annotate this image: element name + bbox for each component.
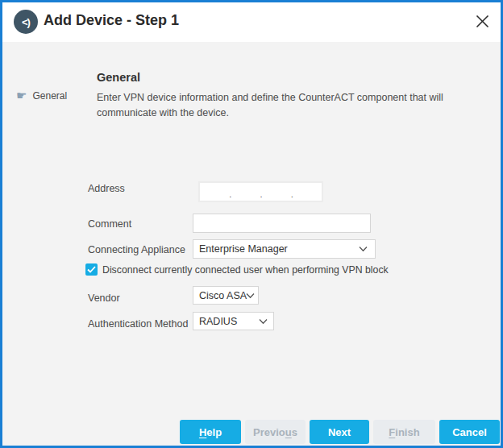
address-label: Address [88,183,125,194]
ip-separator: . [229,190,231,199]
comment-label: Comment [88,218,131,230]
close-button[interactable] [474,13,490,29]
page-title: General [97,71,140,84]
previous-button[interactable]: Previous [245,420,306,444]
dialog-header: <) Add Device - Step 1 [2,2,501,42]
counteract-logo-icon: <) [14,10,38,34]
vendor-label: Vendor [88,292,120,304]
help-button[interactable]: Help [180,420,241,444]
connecting-appliance-label: Connecting Appliance [88,244,185,255]
next-button[interactable]: Next [310,420,369,444]
dialog-title: Add Device - Step 1 [44,12,179,29]
selected-value: Enterprise Manager [193,243,288,255]
chevron-down-icon [359,247,368,252]
checkmark-icon [87,266,96,273]
disconnect-checkbox[interactable] [85,263,98,276]
address-input[interactable]: . . . [198,181,323,202]
selected-value: Cisco ASA [193,290,247,301]
vendor-select[interactable]: Cisco ASA [193,286,259,305]
disconnect-checkbox-label[interactable]: Disconnect currently connected user when… [102,264,389,276]
sidebar-item-label: General [32,90,67,102]
selected-value: RADIUS [193,316,237,327]
cancel-button[interactable]: Cancel [439,420,500,444]
comment-input[interactable] [193,214,371,233]
ip-separator: . [291,190,293,199]
connecting-appliance-select[interactable]: Enterprise Manager [193,239,376,259]
page-description: Enter VPN device information and define … [97,90,497,121]
close-icon [476,15,489,28]
authentication-method-select[interactable]: RADIUS [193,312,274,330]
add-device-dialog: <) Add Device - Step 1 ☛ General General… [0,0,503,448]
ip-separator: . [260,190,262,199]
chevron-down-icon [259,318,268,324]
authentication-method-label: Authentication Method [88,318,188,330]
sidebar-item-general[interactable]: ☛ General [16,89,67,102]
chevron-down-icon [246,292,255,298]
finish-button[interactable]: Finish [373,420,435,444]
pointing-hand-icon: ☛ [16,89,27,102]
logo-glyph: <) [22,16,30,28]
